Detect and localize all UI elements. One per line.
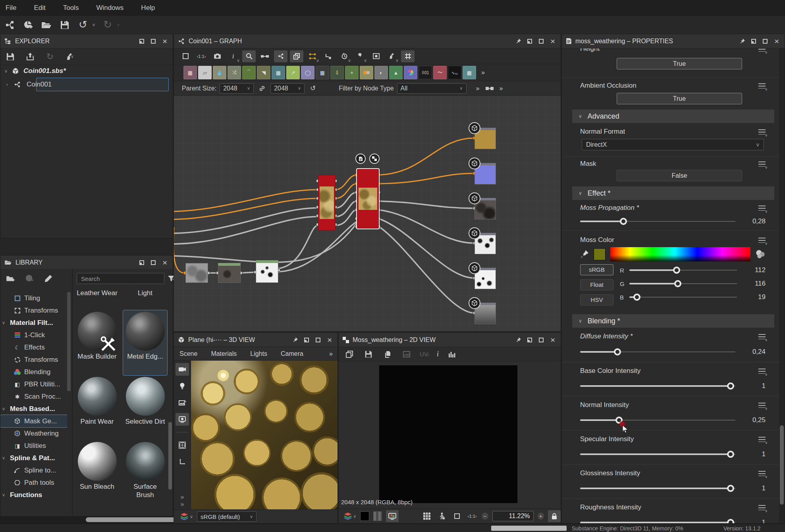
compact-material-icon[interactable] [290,50,303,62]
category-blending[interactable]: Blending [0,366,67,378]
output-node-height[interactable] [474,268,496,289]
close-icon[interactable]: × [161,37,169,45]
normal-intensity-slider[interactable] [580,416,735,424]
close-icon[interactable]: × [549,37,557,45]
camera-icon[interactable] [176,363,189,376]
palette-bitmap-node[interactable]: ⠿01 [419,66,432,79]
category-transforms2[interactable]: Transforms [0,353,67,366]
palette-cells-node[interactable]: ▩ [463,66,476,79]
tile-grid-icon[interactable] [421,510,432,522]
menu-lights[interactable]: Lights [250,350,267,357]
preset-menu-icon[interactable] [758,129,766,134]
menu-windows[interactable]: Windows [96,4,123,12]
compare-icon[interactable] [343,348,355,360]
edit-icon[interactable] [42,273,54,284]
node-blend-left[interactable] [318,175,336,230]
undo-history-icon[interactable]: ∨ [92,22,95,27]
library-hscrollbar[interactable] [0,516,173,523]
base-color-intensity-slider[interactable] [580,382,735,390]
normal-format-select[interactable]: DirectX∨ [582,139,764,150]
new-package-icon[interactable] [22,19,34,31]
mask-toggle-button[interactable]: False [617,170,742,181]
node-doc-badge-icon[interactable] [355,154,366,164]
pin-icon[interactable] [738,37,746,45]
library-item-paint-wear[interactable]: Paint Wear [75,375,119,440]
palette-transform-node[interactable]: ▱ [198,66,212,79]
settings-more2-icon[interactable]: » [500,85,503,92]
maximize-icon[interactable] [149,37,157,45]
category-scan-processing[interactable]: ✱Scan Proc... [0,390,67,403]
maximize-icon[interactable] [761,37,769,45]
node-dirt-gradient[interactable] [218,263,241,283]
graph-canvas[interactable] [174,96,561,331]
eyedropper-icon[interactable] [580,250,589,259]
actual-size-icon[interactable]: ‹1:1› [195,50,208,62]
link-creation-icon[interactable] [258,50,272,62]
environment-icon[interactable] [176,396,189,409]
collapse-arrow-icon[interactable]: ∨ [4,69,8,74]
category-utilities[interactable]: ◨Utilities [0,440,67,452]
physical-size-icon[interactable] [436,510,447,522]
library-item-mask-builder[interactable]: Mask Builder [75,310,119,375]
snap-grid-icon[interactable] [401,50,415,62]
search-icon[interactable] [242,50,256,62]
palette-slope-blur-node[interactable]: ↗ [286,66,300,79]
moss-color-swatch[interactable] [594,248,606,260]
new-graph-icon[interactable] [4,19,16,31]
save-icon[interactable] [363,348,374,360]
ambient-occlusion-toggle-button[interactable]: True [617,93,742,104]
category-tiling[interactable]: Tiling [0,292,67,304]
zoom-out-icon[interactable]: − [482,513,488,520]
palette-histogram-scan-node[interactable]: ▲ [389,66,403,79]
preset-menu-icon[interactable] [758,206,766,211]
node-histogram-scan[interactable] [256,260,278,283]
view3d-viewport[interactable] [191,361,338,509]
preset-menu-icon[interactable] [758,334,766,339]
output-node-metallic[interactable] [474,233,496,254]
category-spline-pattern[interactable]: Spline & Pat... [0,452,67,464]
menu-materials[interactable]: Materials [211,350,237,357]
pin-icon[interactable] [291,336,299,344]
hsv-mode-button[interactable]: HSV [580,294,613,305]
maximize-icon[interactable] [314,336,322,344]
palette-shape-node[interactable]: ◯ [301,66,314,79]
preset-menu-icon[interactable] [758,471,766,476]
node-material-blend-selected[interactable] [357,169,379,229]
close-icon[interactable]: × [773,37,781,45]
package-row[interactable]: ∨ Coin001.sbs* [0,65,173,77]
preset-menu-icon[interactable] [758,48,766,52]
compute-nodes-icon[interactable]: ∨ [338,50,351,62]
moss-propagation-slider[interactable] [580,217,735,225]
menu-more-icon[interactable]: » [329,350,338,357]
settings-more-icon[interactable]: » [476,85,480,92]
palette-gradient-map-node[interactable]: ◐ [374,66,388,79]
library-item-selective-dirt[interactable]: Selective Dirt [123,375,167,440]
histogram-icon[interactable] [446,348,458,360]
actual-zoom-icon[interactable]: ‹1:1› [467,510,478,522]
tools-icon[interactable]: ∨ [353,50,367,62]
palette-scatter-node[interactable]: ⚬ [345,66,359,79]
float-icon[interactable] [526,37,534,45]
preset-menu-icon[interactable] [758,369,766,374]
preset-menu-icon[interactable] [758,403,766,408]
effect-section-header[interactable]: ∨Effect * [572,186,774,200]
add-folder-icon[interactable] [4,273,16,284]
view2d-image[interactable] [379,365,517,503]
presets-icon[interactable] [483,83,496,94]
output-node-ao[interactable] [474,303,496,324]
zoom-lock-icon[interactable] [548,510,561,522]
parent-height-select[interactable]: 2048∨ [270,83,305,94]
palette-icon[interactable] [755,250,766,259]
geometry-icon[interactable] [176,439,189,451]
float-icon[interactable] [303,336,311,344]
zoom-in-icon[interactable]: + [538,513,544,520]
preset-menu-icon[interactable] [758,161,766,167]
display-options-icon[interactable] [369,50,383,62]
roughness-intensity-slider[interactable] [580,519,735,523]
palette-blur-node[interactable]: 💧 [213,66,226,79]
category-functions[interactable]: Functions [0,489,67,501]
green-channel-slider[interactable] [629,280,737,288]
preset-menu-icon[interactable] [758,505,766,510]
menu-help[interactable]: Help [141,4,155,12]
palette-curve-01-node[interactable]: ∿₀₁ [448,66,461,79]
